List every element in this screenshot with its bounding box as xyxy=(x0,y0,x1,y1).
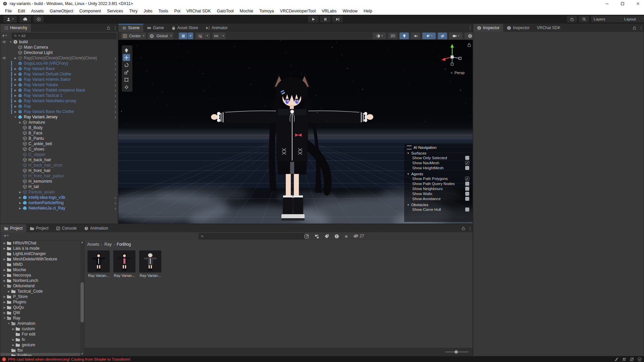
hierarchy-row[interactable]: B_Pantu xyxy=(0,136,118,141)
hierarchy-row[interactable]: ▶Ray Variant Artemis Sailor› xyxy=(0,77,118,82)
hierarchy-row[interactable]: B_Body xyxy=(0,125,118,130)
expander-closed[interactable]: ▶ xyxy=(11,338,15,341)
prefab-open-arrow[interactable]: › xyxy=(115,94,116,98)
expander-closed[interactable]: ▶ xyxy=(2,247,7,250)
prefab-open-arrow[interactable]: › xyxy=(115,104,116,109)
scroll-up-icon[interactable]: ▲ xyxy=(80,241,84,244)
expander-closed[interactable]: ▶ xyxy=(13,94,18,97)
project-tree-row[interactable]: ▶MeshDeleterWithTexture xyxy=(0,256,84,262)
project-tree-row[interactable]: ▶HRtoVRChat xyxy=(0,240,84,246)
camera-button[interactable]: ▾ xyxy=(449,33,463,39)
expander-closed[interactable]: ▶ xyxy=(2,306,7,309)
prefab-open-arrow[interactable]: › xyxy=(115,77,116,82)
project-search-input[interactable] xyxy=(199,233,305,239)
search-all-button[interactable] xyxy=(579,16,589,22)
expander-open[interactable]: ▼ xyxy=(2,317,7,320)
expander-closed[interactable]: ▶ xyxy=(2,295,7,298)
rect-tool-button[interactable] xyxy=(123,76,130,83)
move-tool-button[interactable] xyxy=(123,54,130,61)
hierarchy-row[interactable]: H_back_hair xyxy=(0,157,118,163)
project-create-button[interactable]: +▾ xyxy=(4,233,8,238)
lock-icon[interactable] xyxy=(107,26,110,30)
tab-hierarchy[interactable]: Hierarchy xyxy=(0,24,31,32)
menu-jobs[interactable]: Jobs xyxy=(141,8,155,14)
lock-icon[interactable] xyxy=(633,26,636,30)
prefab-open-arrow[interactable]: › xyxy=(115,61,116,66)
menu-mochie[interactable]: Mochie xyxy=(237,8,256,14)
project-tree-row[interactable]: ForBlog xyxy=(0,353,84,356)
tab-project-0[interactable]: Project xyxy=(0,224,26,232)
checkbox-unchecked[interactable] xyxy=(465,156,469,160)
checkbox-unchecked[interactable] xyxy=(465,187,469,191)
overlay-option[interactable]: Show NavMesh✓ xyxy=(407,160,469,165)
project-tree-row[interactable]: ▶QW xyxy=(0,310,84,315)
visibility-eye-icon[interactable] xyxy=(2,40,6,44)
hierarchy-row[interactable]: ▶Ray Variant Tactical 1› xyxy=(0,93,118,98)
prefab-open-arrow[interactable]: › xyxy=(115,195,116,200)
project-tree-row[interactable]: ▶P_Store xyxy=(0,294,84,299)
menu-window[interactable]: Window xyxy=(339,8,360,14)
layers-dropdown[interactable]: Layers▾ xyxy=(591,16,625,22)
project-tree-row[interactable]: ▼Okituneland xyxy=(0,283,84,289)
expander-closed[interactable]: ▶ xyxy=(2,274,7,277)
overlay-option[interactable]: Show Path Polygons✓ xyxy=(407,176,469,181)
layout-dropdown[interactable]: Layout▾ xyxy=(622,16,644,22)
prefab-open-arrow[interactable]: › xyxy=(115,83,116,87)
thumbnail-size-slider[interactable] xyxy=(445,352,469,352)
collab-disabled-icon[interactable] xyxy=(622,357,627,362)
hierarchy-row[interactable]: ▶intellij-idea-logo_v3b› xyxy=(0,195,118,200)
step-button[interactable] xyxy=(332,16,343,22)
checkbox-checked[interactable]: ✓ xyxy=(465,177,469,181)
hierarchy-menu-icon[interactable]: ⋮ xyxy=(113,25,116,31)
expander-closed[interactable]: ▶ xyxy=(13,73,18,76)
expander-open[interactable]: ▼ xyxy=(13,116,18,119)
status-bar[interactable]: ! PPtr cast failed when dereferencing! C… xyxy=(0,356,644,362)
tab-animation-3[interactable]: Animation xyxy=(80,224,112,232)
hierarchy-row[interactable]: ▶Ray Variant Rabbit onepiece black› xyxy=(0,87,118,93)
hierarchy-row[interactable]: ▶Ray Variant Base› xyxy=(0,66,118,71)
expander-closed[interactable]: ▶ xyxy=(11,327,15,330)
expander-closed[interactable]: ▶ xyxy=(18,121,22,124)
tab-vrchat-sdk-2[interactable]: VRChat SDK xyxy=(533,24,564,32)
menu-edit[interactable]: Edit xyxy=(15,8,28,14)
tab-inspector-0[interactable]: Inspector xyxy=(473,24,503,32)
overlay-option[interactable]: Show Neighbours xyxy=(407,186,469,191)
view-tool-button[interactable] xyxy=(123,47,130,54)
hierarchy-row[interactable]: ▶Particle_asiato xyxy=(0,189,118,195)
tab-inspector-1[interactable]: Inspector xyxy=(503,24,533,32)
menu-help[interactable]: Help xyxy=(361,8,375,14)
expander-open[interactable]: ▼ xyxy=(7,322,11,325)
project-tree-row[interactable]: LightLimitChanger xyxy=(0,251,84,256)
maximize-button[interactable] xyxy=(620,1,625,6)
visibility-eye-icon[interactable] xyxy=(2,56,6,60)
tab-scene[interactable]: Scene xyxy=(118,24,143,32)
checkbox-checked[interactable]: ✓ xyxy=(465,161,469,165)
pause-button[interactable] xyxy=(320,16,331,22)
hierarchy-row[interactable]: ▶NekoNekoJa-zi_Ray› xyxy=(0,205,118,211)
menu-tomoya[interactable]: Tomoya xyxy=(256,8,277,14)
checkbox-unchecked[interactable] xyxy=(465,166,469,170)
audio-button[interactable] xyxy=(411,33,420,39)
hierarchy-create-button[interactable]: +▾ xyxy=(2,33,7,38)
overlay-option[interactable]: Show Path Query Nodes xyxy=(407,181,469,186)
prefab-open-arrow[interactable]: › xyxy=(115,72,116,76)
expander-closed[interactable]: ▶ xyxy=(18,191,22,194)
checkbox-unchecked[interactable] xyxy=(465,192,469,196)
menu-file[interactable]: File xyxy=(2,8,15,14)
overlay-group-obstacles[interactable]: ▼Obstacles xyxy=(407,203,469,207)
scale-tool-button[interactable] xyxy=(123,69,130,76)
hierarchy-row[interactable]: ▶Ray Variant NekoNeko jersey› xyxy=(0,98,118,104)
menu-vrcdevelopertool[interactable]: VRCDeveloperTool xyxy=(277,8,319,14)
menu-poi[interactable]: Poi xyxy=(171,8,183,14)
draw-mode-button[interactable]: ▾ xyxy=(373,33,386,39)
cache-server-disabled-icon[interactable] xyxy=(614,357,619,362)
project-menu-icon[interactable]: ⋮ xyxy=(468,226,471,231)
hierarchy-row[interactable]: H_front_hair xyxy=(0,168,118,173)
project-tree-row[interactable]: ▶Lala à la mode xyxy=(0,246,84,251)
hierarchy-row[interactable]: Main Camera xyxy=(0,45,118,50)
expander-closed[interactable]: ▶ xyxy=(2,268,7,272)
tab-game[interactable]: Game xyxy=(143,24,168,32)
scene-menu-icon[interactable]: ⋮ xyxy=(468,25,471,31)
expander-closed[interactable]: ▶ xyxy=(18,201,22,204)
hierarchy-row[interactable]: ▶Ray› xyxy=(0,104,118,109)
